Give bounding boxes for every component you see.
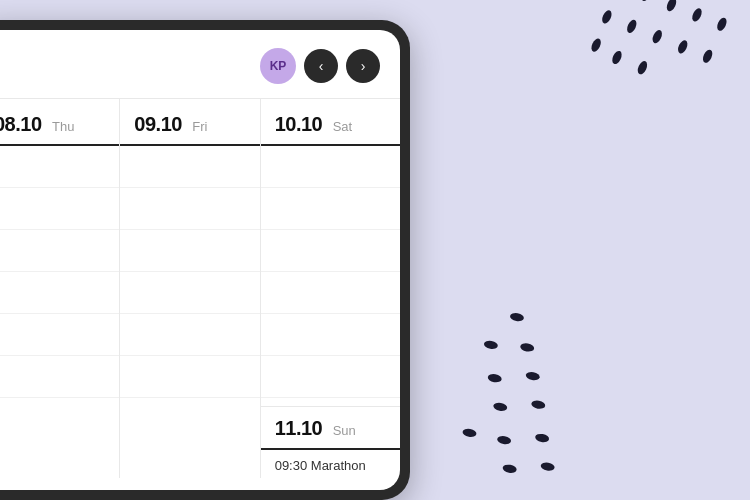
svg-point-7 bbox=[651, 29, 664, 45]
svg-point-13 bbox=[509, 312, 524, 322]
chevron-right-icon: › bbox=[361, 58, 366, 74]
svg-point-24 bbox=[502, 464, 517, 474]
prev-button[interactable]: ‹ bbox=[304, 49, 338, 83]
tablet-device: KP ‹ › 08.10 Thu bbox=[0, 20, 410, 500]
day-column-0: 08.10 Thu bbox=[0, 99, 120, 478]
time-slot bbox=[0, 314, 119, 356]
day-body-1 bbox=[120, 146, 259, 478]
tablet-screen: KP ‹ › 08.10 Thu bbox=[0, 30, 400, 490]
day-date-2: 10.10 bbox=[275, 113, 323, 135]
svg-point-20 bbox=[535, 433, 550, 443]
time-slot bbox=[120, 188, 259, 230]
time-slot bbox=[261, 230, 400, 272]
svg-point-6 bbox=[665, 0, 678, 13]
chevron-left-icon: ‹ bbox=[319, 58, 324, 74]
day-column-1: 09.10 Fri bbox=[120, 99, 260, 478]
marathon-event[interactable]: 09:30 Marathon bbox=[261, 450, 400, 481]
day-date-3: 11.10 bbox=[275, 417, 323, 439]
svg-point-10 bbox=[676, 39, 689, 55]
time-slot bbox=[120, 314, 259, 356]
svg-point-21 bbox=[497, 435, 512, 445]
time-slot bbox=[0, 146, 119, 188]
time-slot bbox=[261, 314, 400, 356]
day-name-3: Sun bbox=[333, 423, 356, 438]
day-header-1: 09.10 Fri bbox=[120, 99, 259, 146]
time-slot bbox=[120, 230, 259, 272]
time-slot bbox=[0, 356, 119, 398]
trail-bottom-decoration bbox=[430, 300, 650, 500]
svg-point-16 bbox=[525, 371, 540, 381]
day-name-1: Fri bbox=[192, 119, 207, 134]
svg-point-5 bbox=[610, 49, 623, 65]
time-slot bbox=[120, 272, 259, 314]
time-slot bbox=[0, 188, 119, 230]
day-name-2: Sat bbox=[333, 119, 353, 134]
svg-point-23 bbox=[540, 461, 555, 471]
day-body-2: 11.10 Sun 09:30 Marathon bbox=[261, 146, 400, 481]
svg-point-22 bbox=[462, 428, 477, 438]
svg-point-17 bbox=[487, 373, 502, 383]
time-slot bbox=[120, 356, 259, 398]
time-slot bbox=[0, 272, 119, 314]
day-date-0: 08.10 bbox=[0, 113, 42, 135]
time-slot bbox=[120, 146, 259, 188]
svg-point-11 bbox=[715, 16, 728, 32]
day-header-2: 10.10 Sat bbox=[261, 99, 400, 146]
svg-point-2 bbox=[590, 37, 603, 53]
calendar-header: KP ‹ › bbox=[0, 30, 400, 98]
time-slot bbox=[261, 146, 400, 188]
time-slot bbox=[0, 230, 119, 272]
day-column-2: 10.10 Sat 11.10 Sun bbox=[261, 99, 400, 478]
svg-point-9 bbox=[690, 7, 703, 23]
event-time-label: 09:30 Marathon bbox=[275, 458, 366, 473]
calendar-grid: 08.10 Thu 09.10 Fri bbox=[0, 98, 400, 478]
svg-point-14 bbox=[520, 342, 535, 352]
trail-top-decoration bbox=[430, 0, 750, 160]
next-button[interactable]: › bbox=[346, 49, 380, 83]
svg-point-8 bbox=[636, 60, 649, 76]
time-slot bbox=[261, 356, 400, 398]
svg-point-15 bbox=[483, 340, 498, 350]
day-body-0 bbox=[0, 146, 119, 478]
day-date-1: 09.10 bbox=[134, 113, 182, 135]
time-slot bbox=[261, 272, 400, 314]
svg-point-3 bbox=[639, 0, 652, 2]
time-slot bbox=[261, 188, 400, 230]
day-header-3: 11.10 Sun bbox=[261, 417, 400, 450]
svg-point-18 bbox=[531, 400, 546, 410]
day-header-0: 08.10 Thu bbox=[0, 99, 119, 146]
svg-point-12 bbox=[701, 48, 714, 64]
user-avatar[interactable]: KP bbox=[260, 48, 296, 84]
svg-point-19 bbox=[493, 402, 508, 412]
day-name-0: Thu bbox=[52, 119, 74, 134]
svg-point-1 bbox=[600, 9, 613, 25]
svg-point-4 bbox=[625, 18, 638, 34]
